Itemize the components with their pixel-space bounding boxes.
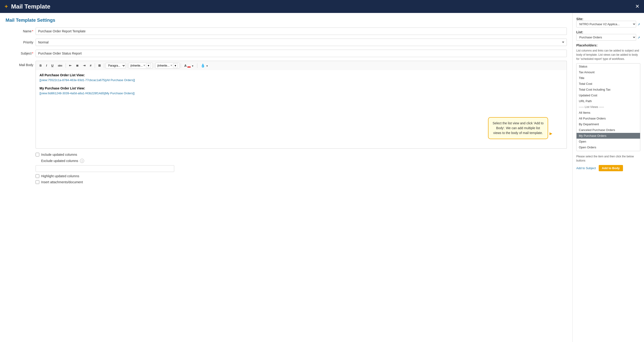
modal-title: Mail Template (11, 3, 50, 10)
site-field: Site: NITRO Purchase V2 Applica... ➚ (576, 17, 640, 28)
insert-attachments-row: Insert attachments/document (36, 180, 567, 184)
placeholder-item[interactable]: Total Cost (576, 81, 640, 87)
placeholder-item[interactable]: Canceled Purchase Orders (576, 127, 640, 133)
list-row: Purchase Orders ➚ (576, 34, 640, 41)
placeholders-desc: List columns and links can be added to s… (576, 48, 640, 61)
add-to-subject-button[interactable]: Add to Subject (576, 166, 596, 170)
highlight-label: Highlight updated columns (41, 174, 79, 178)
site-link-icon[interactable]: ➚ (638, 22, 640, 26)
list-link-icon[interactable]: ➚ (638, 36, 640, 39)
highlight-row: Highlight updated columns (36, 174, 567, 178)
header-left: + Mail Template (4, 3, 50, 10)
placeholder-item[interactable]: Status (576, 64, 640, 69)
underline-button[interactable]: U (50, 63, 55, 68)
highlight-button[interactable]: 💧 ▼ (199, 62, 210, 69)
align-center-button[interactable]: ≣ (74, 63, 80, 68)
modal-header: + Mail Template ✕ (0, 0, 644, 13)
placeholder-item[interactable]: My Purchase Orders (576, 133, 640, 139)
exclude-updated-label: Exclude updated columns (41, 159, 78, 163)
info-icon[interactable]: i (80, 159, 84, 163)
left-panel: Mail Template Settings Name Priority Nor… (0, 13, 572, 342)
section1-title: All Purchase Order List View: (40, 73, 563, 77)
toolbar-sep-3 (104, 63, 104, 68)
font1-label: (inherite... (130, 64, 142, 67)
editor-area[interactable]: All Purchase Order List View: [[view:755… (36, 70, 567, 148)
strikethrough-button[interactable]: abc (56, 63, 64, 68)
toolbar-sep-5 (154, 63, 154, 68)
section-title: Mail Template Settings (6, 18, 567, 23)
insert-attachments-label: Insert attachments/document (41, 180, 83, 184)
right-panel: Site: NITRO Purchase V2 Applica... ➚ Lis… (572, 13, 644, 342)
section2-link: [[view:6d861248-3039-4a0d-a8a1-f43b228f1… (40, 92, 563, 95)
font2-remove[interactable]: ✕ (170, 64, 172, 67)
placeholder-list[interactable]: StatusTax AmountTitleTotal CostTotal Cos… (576, 63, 640, 151)
name-input[interactable] (36, 28, 567, 35)
bold-button[interactable]: B (38, 63, 44, 68)
toolbar-sep-1 (66, 63, 66, 68)
include-updated-checkbox[interactable] (36, 153, 39, 156)
placeholders-title: Placeholders: (576, 44, 640, 47)
include-updated-row: Include updated columns (36, 153, 567, 156)
priority-select[interactable]: Normal High Low (36, 38, 567, 46)
exclude-updated-row: Exclude updated columns i (41, 159, 567, 163)
subject-row: Subject (6, 50, 567, 57)
placeholder-item[interactable]: All Items (576, 110, 640, 116)
name-label: Name (6, 29, 33, 33)
placeholder-note: Please select the item and then click th… (576, 154, 640, 163)
placeholder-item[interactable]: Open Orders (576, 144, 640, 150)
align-right-button[interactable]: ⇥ (81, 63, 87, 68)
modal-body: Mail Template Settings Name Priority Nor… (0, 13, 644, 342)
toolbar-sep-6 (181, 63, 181, 68)
list-field: List: Purchase Orders ➚ (576, 30, 640, 41)
italic-button[interactable]: I (44, 63, 49, 68)
editor-toolbar: B I U abc ⇤ ≣ ⇥ ≠ ⊞ Paragra... (36, 61, 567, 70)
font2-dropdown[interactable]: ▼ (173, 63, 178, 68)
mail-body-label: Mail Body (6, 61, 33, 67)
font1-dropdown[interactable]: ▼ (146, 63, 151, 68)
bottom-actions: Add to Subject Add to Body (576, 165, 640, 171)
align-justify-button[interactable]: ≠ (88, 63, 93, 68)
section2-title: My Purchase Order List View: (40, 86, 563, 90)
list-select[interactable]: Purchase Orders (576, 34, 636, 41)
tooltip-bubble: Select the list view and click 'Add to B… (488, 117, 548, 139)
close-button[interactable]: ✕ (635, 4, 640, 9)
font1-remove[interactable]: ✕ (143, 64, 145, 67)
insert-attachments-checkbox[interactable] (36, 180, 39, 184)
paragraph-select[interactable]: Paragra... (106, 63, 126, 68)
site-select[interactable]: NITRO Purchase V2 Applica... (576, 21, 636, 28)
font2-label: (inherite... (157, 64, 170, 67)
add-to-body-button[interactable]: Add to Body (599, 165, 623, 171)
mail-body-row: Mail Body B I U abc ⇤ ≣ ⇥ ≠ ⊞ (6, 61, 567, 148)
align-left-button[interactable]: ⇤ (67, 63, 74, 68)
highlight-checkbox[interactable] (36, 174, 39, 178)
toolbar-sep-4 (127, 63, 127, 68)
placeholder-item[interactable]: ----- List Views ----- (576, 104, 640, 110)
placeholder-item[interactable]: Title (576, 75, 640, 81)
section1-link: [[view:75522c1a-8784-463e-93d1-77cbcac1a… (40, 78, 563, 82)
placeholder-item[interactable]: Total Cost Including Tax (576, 87, 640, 92)
list-label: List: (576, 30, 640, 34)
site-label: Site: (576, 17, 640, 21)
font2-tag: (inherite... ✕ ▼ (156, 62, 179, 69)
include-updated-label: Include updated columns (41, 153, 77, 156)
subject-label: Subject (6, 52, 33, 55)
placeholder-item[interactable]: By Department (576, 121, 640, 127)
placeholder-item[interactable]: Open (576, 139, 640, 144)
checkbox-section: Include updated columns Exclude updated … (6, 153, 567, 184)
placeholder-item[interactable]: Ordered (576, 150, 640, 151)
subject-input[interactable] (36, 50, 567, 57)
font1-tag: (inherite... ✕ ▼ (129, 62, 152, 69)
placeholder-item[interactable]: Updated Cost (576, 92, 640, 98)
placeholder-item[interactable]: Tax Amount (576, 69, 640, 75)
placeholder-item[interactable]: All Purchase Orders (576, 116, 640, 121)
toolbar-sep-7 (197, 63, 197, 68)
site-row: NITRO Purchase V2 Applica... ➚ (576, 21, 640, 28)
placeholder-item[interactable]: URL Path (576, 98, 640, 104)
tooltip-text: Select the list view and click 'Add to B… (493, 121, 544, 135)
plus-icon: + (4, 3, 8, 10)
font-color-button[interactable]: A ▼ (182, 63, 196, 68)
table-button[interactable]: ⊞ (96, 63, 102, 68)
exclude-columns-input[interactable] (36, 165, 174, 172)
toolbar-sep-2 (95, 63, 95, 68)
name-row: Name (6, 28, 567, 35)
